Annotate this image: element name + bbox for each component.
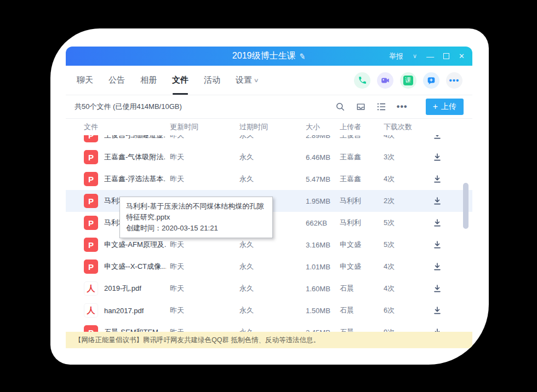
uploader: 王嘉鑫 — [340, 174, 384, 184]
updated-time: 昨天 — [170, 135, 239, 140]
updated-time: 昨天 — [170, 305, 239, 315]
download-icon[interactable] — [433, 240, 442, 249]
download-count: 4次 — [384, 262, 433, 272]
download-count: 9次 — [384, 327, 433, 332]
tab-文件[interactable]: 文件 — [172, 66, 188, 95]
chat-plus-icon — [426, 76, 436, 85]
tab-相册[interactable]: 相册 — [140, 66, 157, 95]
phone-icon — [358, 76, 367, 85]
updated-time: 昨天 — [170, 152, 239, 162]
tab-聊天[interactable]: 聊天 — [77, 66, 93, 95]
column-header: 文件 — [84, 122, 170, 132]
column-header: 下载次数 — [384, 122, 433, 132]
expire-time: 永久 — [239, 262, 306, 272]
download-count: 4次 — [384, 284, 433, 293]
table-row[interactable]: P 石晨-SEM和TEM... 昨天 永久 3.45MB 石晨 9次 — [66, 321, 472, 332]
file-name: 王俊吉-扫描隧道显... — [104, 135, 166, 140]
updated-time: 昨天 — [170, 174, 239, 184]
chevron-down-icon[interactable]: ∨ — [413, 53, 417, 60]
window-backdrop: 2019级博士生课 ✎ 举报 ∨ — ✕ 聊天公告相册文件活动设置∨ — [50, 28, 489, 365]
file-type-icon: P — [84, 172, 98, 186]
file-name: 王嘉鑫-气体吸附法... — [104, 152, 166, 162]
table-row[interactable]: P 王嘉鑫-气体吸附法... 昨天 永久 6.46MB 王嘉鑫 3次 — [66, 146, 472, 168]
tab-设置[interactable]: 设置∨ — [236, 66, 258, 95]
file-size: 6.46MB — [306, 153, 340, 162]
table-row[interactable]: P 王嘉鑫-浮选法基本... 昨天 永久 5.47MB 王嘉鑫 4次 — [66, 168, 472, 190]
file-tooltip: 马利利-基于压汞法的不同煤体结构煤的孔隙特征研究.pptx 创建时间：2020-… — [119, 197, 273, 238]
download-icon[interactable] — [433, 175, 442, 183]
file-name: 申文盛-AFM原理及... — [104, 240, 166, 250]
file-type-icon: P — [84, 260, 98, 274]
tab-公告[interactable]: 公告 — [108, 66, 125, 95]
download-icon[interactable] — [433, 306, 442, 315]
file-size: 662KB — [306, 219, 340, 227]
download-icon[interactable] — [433, 197, 442, 205]
column-header: 大小 — [306, 122, 340, 132]
expire-time: 永久 — [239, 174, 306, 184]
course-button[interactable]: 课 — [400, 72, 416, 89]
file-name: han2017.pdf — [104, 307, 144, 315]
upload-button[interactable]: + 上传 — [426, 99, 464, 115]
search-icon[interactable] — [335, 102, 345, 112]
download-count: 2次 — [384, 196, 433, 206]
download-count: 5次 — [384, 218, 433, 228]
download-icon[interactable] — [433, 218, 442, 227]
table-row[interactable]: P 申文盛--X-CT成像... 昨天 永久 1.01MB 申文盛 4次 — [66, 256, 472, 278]
file-name: 王嘉鑫-浮选法基本... — [104, 174, 166, 184]
table-row[interactable]: 人 han2017.pdf 昨天 永久 1.50MB 石晨 6次 — [66, 299, 472, 321]
uploader: 王嘉鑫 — [340, 152, 384, 162]
toolbar-more-icon[interactable]: ••• — [397, 104, 408, 109]
file-size: 1.50MB — [306, 307, 340, 315]
file-name: 申文盛--X-CT成像... — [104, 262, 166, 272]
close-button[interactable]: ✕ — [459, 52, 465, 60]
column-header: 上传者 — [340, 122, 384, 132]
video-call-button[interactable] — [377, 72, 393, 89]
group-file-window: 2019级博士生课 ✎ 举报 ∨ — ✕ 聊天公告相册文件活动设置∨ — [66, 47, 472, 348]
file-size: 3.45MB — [306, 328, 340, 332]
file-type-icon: P — [84, 216, 98, 230]
table-header: 文件更新时间过期时间大小上传者下载次数 — [66, 119, 472, 135]
download-count: 6次 — [384, 305, 433, 315]
expire-time: 永久 — [239, 305, 306, 315]
more-actions-button[interactable]: ••• — [446, 72, 462, 89]
table-row[interactable]: P 王俊吉-扫描隧道显... 昨天 永久 2.89MB 王俊吉 4次 — [66, 135, 472, 146]
updated-time: 昨天 — [170, 240, 239, 250]
file-type-icon: P — [84, 150, 98, 164]
edit-title-icon[interactable]: ✎ — [299, 51, 306, 61]
file-type-icon: 人 — [84, 303, 98, 318]
download-icon[interactable] — [433, 328, 442, 332]
expire-time: 永久 — [239, 135, 306, 140]
minimize-button[interactable]: — — [426, 54, 434, 59]
uploader: 石晨 — [340, 327, 384, 332]
maximize-button[interactable] — [443, 53, 449, 59]
download-count: 5次 — [384, 240, 433, 250]
file-name: 2019-孔.pdf — [104, 284, 141, 293]
download-icon[interactable] — [433, 153, 442, 162]
uploader: 申文盛 — [340, 262, 384, 272]
new-topic-button[interactable] — [423, 72, 439, 89]
file-list: P 王俊吉-扫描隧道显... 昨天 永久 2.89MB 王俊吉 4次 P 王嘉鑫… — [66, 135, 472, 332]
column-header: 过期时间 — [239, 122, 306, 132]
download-icon[interactable] — [433, 135, 442, 140]
uploader: 申文盛 — [340, 240, 384, 250]
file-type-icon: 人 — [84, 281, 98, 296]
file-type-icon: P — [84, 238, 98, 252]
scrollbar-thumb[interactable] — [463, 183, 469, 229]
uploader: 石晨 — [340, 284, 384, 293]
uploader: 石晨 — [340, 305, 384, 315]
inbox-icon[interactable] — [356, 102, 366, 112]
file-size: 1.60MB — [306, 285, 340, 293]
uploader: 马利利 — [340, 218, 384, 228]
report-button[interactable]: 举报 — [389, 51, 403, 61]
voice-call-button[interactable] — [354, 72, 370, 89]
download-icon[interactable] — [433, 262, 442, 271]
file-count-summary: 共50个文件 (已使用414MB/10GB) — [75, 102, 182, 112]
tab-活动[interactable]: 活动 — [204, 66, 220, 95]
upload-button-label: 上传 — [441, 102, 456, 112]
list-view-icon[interactable] — [376, 102, 386, 111]
updated-time: 昨天 — [170, 327, 239, 332]
download-icon[interactable] — [433, 284, 442, 293]
chevron-down-icon: ∨ — [254, 77, 259, 83]
file-size: 1.01MB — [306, 263, 340, 271]
table-row[interactable]: 人 2019-孔.pdf 昨天 永久 1.60MB 石晨 4次 — [66, 278, 472, 299]
